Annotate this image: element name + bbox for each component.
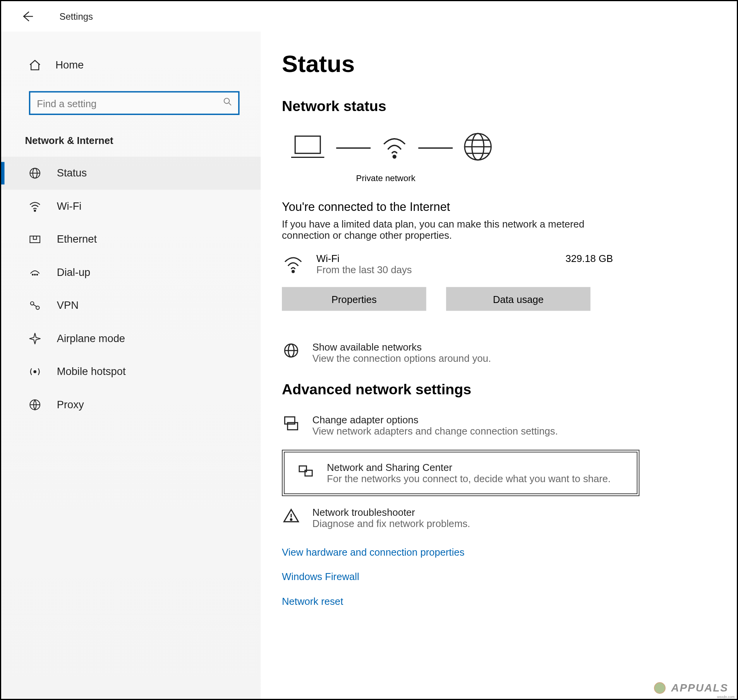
sidebar-item-label: Ethernet: [57, 233, 97, 245]
svg-point-7: [34, 274, 36, 275]
sharing-sub: For the networks you connect to, decide …: [327, 473, 611, 484]
private-network-label: Private network: [356, 173, 709, 183]
adapter-title: Change adapter options: [312, 414, 558, 425]
sidebar: Home Network & Internet Status: [1, 32, 261, 700]
ethernet-icon: [27, 232, 42, 247]
svg-point-6: [32, 274, 33, 275]
svg-point-8: [36, 274, 38, 275]
search-icon: [222, 96, 233, 110]
properties-button[interactable]: Properties: [282, 287, 426, 311]
vpn-icon: [27, 298, 42, 313]
adapter-sub: View network adapters and change connect…: [312, 425, 558, 436]
firewall-link[interactable]: Windows Firewall: [282, 571, 708, 582]
sidebar-item-dialup[interactable]: Dial-up: [1, 256, 261, 289]
sidebar-item-label: VPN: [57, 300, 79, 311]
sidebar-item-label: Proxy: [57, 399, 84, 411]
reset-link[interactable]: Network reset: [282, 596, 708, 607]
usage-period: From the last 30 days: [316, 264, 554, 275]
connected-heading: You're connected to the Internet: [282, 200, 708, 214]
usage-name: Wi-Fi: [316, 253, 554, 264]
home-icon: [27, 58, 42, 73]
sharing-title: Network and Sharing Center: [327, 462, 611, 473]
svg-rect-5: [33, 236, 37, 240]
home-button[interactable]: Home: [1, 51, 261, 79]
sidebar-item-ethernet[interactable]: Ethernet: [1, 223, 261, 256]
network-status-heading: Network status: [282, 98, 708, 115]
sidebar-item-proxy[interactable]: Proxy: [1, 388, 261, 421]
usage-amount: 329.18 GB: [565, 253, 613, 264]
connected-description: If you have a limited data plan, you can…: [282, 218, 626, 241]
sidebar-item-label: Dial-up: [57, 267, 91, 279]
search-input[interactable]: [29, 91, 240, 115]
sidebar-item-hotspot[interactable]: Mobile hotspot: [1, 355, 261, 389]
globe-icon: [27, 166, 42, 181]
watermark: APPUALS: [654, 681, 728, 694]
advanced-heading: Advanced network settings: [282, 381, 708, 398]
warning-icon: [282, 507, 300, 525]
data-usage-button[interactable]: Data usage: [446, 287, 590, 311]
globe-diagram-icon: [462, 131, 494, 165]
sidebar-item-label: Airplane mode: [57, 333, 125, 345]
main-content: Status Network status Private network Yo…: [261, 32, 735, 700]
show-networks-title: Show available networks: [312, 341, 491, 353]
adapter-options-item[interactable]: Change adapter options View network adap…: [282, 414, 639, 436]
wifi-icon: [27, 199, 42, 214]
sidebar-item-airplane[interactable]: Airplane mode: [1, 322, 261, 355]
usage-row: Wi-Fi From the last 30 days 329.18 GB: [282, 253, 613, 278]
show-networks-item[interactable]: Show available networks View the connect…: [282, 341, 639, 364]
adapter-icon: [282, 414, 300, 433]
sharing-center-item[interactable]: Network and Sharing Center For the netwo…: [282, 450, 639, 496]
app-title: Settings: [59, 11, 93, 22]
hotspot-icon: [27, 365, 42, 379]
svg-point-0: [224, 98, 230, 104]
wifi-usage-icon: [282, 253, 304, 278]
back-button[interactable]: [20, 9, 36, 24]
sidebar-item-status[interactable]: Status: [1, 157, 261, 190]
airplane-icon: [27, 331, 42, 346]
sidebar-item-label: Wi-Fi: [57, 200, 82, 212]
sidebar-item-label: Status: [57, 167, 87, 179]
show-networks-sub: View the connection options around you.: [312, 353, 491, 364]
svg-point-14: [393, 155, 396, 158]
svg-point-3: [34, 210, 36, 211]
sidebar-item-wifi[interactable]: Wi-Fi: [1, 190, 261, 223]
laptop-icon: [288, 132, 327, 164]
connector-line: [418, 147, 453, 149]
troubleshooter-title: Network troubleshooter: [312, 507, 470, 518]
proxy-icon: [27, 397, 42, 412]
svg-point-24: [290, 519, 292, 520]
connector-line: [336, 147, 371, 149]
globe-action-icon: [282, 341, 300, 360]
sharing-icon: [297, 462, 315, 480]
source-text: wsxdn.com: [717, 695, 735, 699]
troubleshooter-sub: Diagnose and fix network problems.: [312, 518, 470, 529]
page-title: Status: [282, 50, 708, 78]
svg-point-17: [292, 270, 294, 272]
sidebar-item-vpn[interactable]: VPN: [1, 289, 261, 322]
hardware-link[interactable]: View hardware and connection properties: [282, 546, 708, 558]
mascot-icon: [654, 682, 666, 694]
svg-point-11: [34, 371, 36, 373]
section-title: Network & Internet: [1, 130, 261, 157]
svg-rect-13: [295, 136, 320, 153]
network-diagram: [288, 131, 708, 165]
troubleshooter-item[interactable]: Network troubleshooter Diagnose and fix …: [282, 507, 639, 529]
sidebar-item-label: Mobile hotspot: [57, 366, 126, 378]
dialup-icon: [27, 265, 42, 280]
wifi-signal-icon: [380, 132, 409, 164]
home-label: Home: [55, 59, 84, 71]
